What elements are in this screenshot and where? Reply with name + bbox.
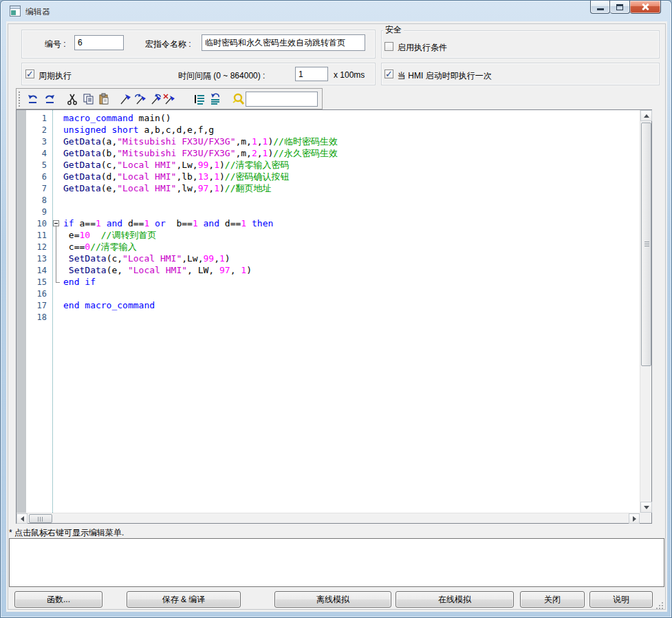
fold-column: [52, 136, 63, 147]
run-on-startup-label: 当 HMI 启动时即执行一次: [398, 70, 492, 82]
code-line[interactable]: 3GetData(a,"Mitsubishi FX3U/FX3G",m,1,1)…: [17, 136, 640, 147]
bookmark-prev-icon[interactable]: [149, 92, 162, 106]
minimize-button[interactable]: [590, 1, 610, 14]
fold-column: [52, 241, 63, 253]
paste-icon[interactable]: [97, 92, 111, 106]
fold-column: [52, 194, 63, 206]
line-number: 7: [26, 183, 52, 195]
fold-collapse-icon[interactable]: [53, 220, 59, 226]
function-button[interactable]: 函数...: [14, 591, 102, 608]
enable-condition-label: 启用执行条件: [398, 42, 447, 54]
code-line[interactable]: 7GetData(e,"Local HMI",lw,97,1)//翻页地址: [17, 182, 640, 194]
outdent-icon[interactable]: [208, 92, 221, 106]
code-line[interactable]: 5GetData(c,"Local HMI",Lw,99,1)//清零输入密码: [17, 159, 640, 171]
code-text: GetData(b,"Mitsubishi FX3U/FX3G",m,2,1)/…: [63, 148, 338, 158]
periodic-checkbox[interactable]: [25, 70, 34, 78]
line-number: 15: [26, 277, 52, 288]
toolbar-search-input[interactable]: [246, 92, 318, 107]
code-line[interactable]: 11 e=10 //调转到首页: [17, 229, 640, 241]
code-line[interactable]: 14 SetData(e, "Local HMI", LW, 97, 1): [17, 264, 640, 276]
interval-unit-label: x 100ms: [334, 70, 365, 80]
scroll-right-button[interactable]: [629, 513, 640, 524]
vertical-scrollbar[interactable]: [640, 110, 651, 513]
code-line[interactable]: 8: [17, 194, 640, 206]
undo-icon[interactable]: [26, 92, 40, 106]
maximize-button[interactable]: [610, 1, 630, 14]
code-line[interactable]: 18: [17, 311, 640, 323]
code-text: SetData(c,"Local HMI",Lw,99,1): [63, 253, 230, 264]
line-number: 18: [26, 312, 52, 323]
bookmark-toggle-icon[interactable]: [119, 92, 133, 106]
interval-input[interactable]: [295, 67, 328, 81]
line-number: 9: [26, 206, 52, 218]
code-line[interactable]: 1macro_command main(): [17, 112, 640, 124]
line-number: 3: [26, 136, 52, 148]
vertical-scrollbar-thumb[interactable]: [641, 122, 651, 366]
scroll-up-button[interactable]: [640, 110, 652, 121]
dialog-body: 编号 : 宏指令名称 : 安全 启用执行条件 周期执行 时间间隔 (0 ~ 86…: [6, 21, 667, 612]
fold-column: [52, 264, 63, 276]
code-line[interactable]: 6GetData(d,"Local HMI",lb,13,1)//密码确认按钮: [17, 171, 640, 182]
code-text: GetData(e,"Local HMI",lw,97,1)//翻页地址: [63, 183, 271, 193]
line-number: 17: [26, 300, 52, 312]
arrow-down-icon: [644, 506, 649, 509]
bookmark-clear-icon[interactable]: [162, 92, 176, 106]
code-editor[interactable]: 1macro_command main()2unsigned short a,b…: [16, 109, 652, 524]
fold-column: [52, 229, 63, 241]
code-line[interactable]: 10if a==1 and d==1 or b==1 and d==1 then: [17, 217, 640, 229]
online-simulate-button[interactable]: 在线模拟: [395, 591, 514, 608]
code-line[interactable]: 4GetData(b,"Mitsubishi FX3U/FX3G",m,2,1)…: [17, 147, 640, 159]
code-line[interactable]: 9: [17, 206, 640, 217]
macro-id-label: 编号 :: [45, 39, 66, 50]
line-number: 11: [26, 230, 52, 242]
code-line[interactable]: 2unsigned short a,b,c,d,e,f,g: [17, 124, 640, 136]
arrow-up-icon: [644, 114, 649, 118]
scroll-down-button[interactable]: [640, 502, 652, 513]
editor-toolbar: [16, 88, 323, 109]
code-text: SetData(e, "Local HMI", LW, 97, 1): [63, 265, 252, 275]
code-line[interactable]: 15end if: [17, 276, 640, 288]
resize-grip[interactable]: [655, 601, 663, 609]
code-line[interactable]: 16: [17, 288, 640, 299]
fold-column: [52, 276, 63, 288]
code-text: unsigned short a,b,c,d,e,f,g: [63, 125, 214, 135]
run-on-startup-checkbox[interactable]: [384, 70, 393, 78]
close-dialog-button[interactable]: 关闭: [520, 591, 585, 608]
compile-output-box[interactable]: [9, 538, 664, 587]
macro-name-input[interactable]: [202, 34, 365, 51]
find-icon[interactable]: [232, 92, 246, 106]
fold-column: [52, 182, 63, 194]
scroll-left-button[interactable]: [17, 513, 28, 524]
macro-id-input[interactable]: [74, 35, 124, 50]
titlebar[interactable]: 编辑器: [1, 1, 671, 21]
code-line[interactable]: 12 c==0//清零输入: [17, 241, 640, 253]
code-line[interactable]: 13 SetData(c,"Local HMI",Lw,99,1): [17, 253, 640, 264]
toolbar-grip[interactable]: [19, 92, 20, 107]
help-button[interactable]: 说明: [589, 591, 653, 608]
indent-icon[interactable]: [193, 92, 206, 106]
code-lines[interactable]: 1macro_command main()2unsigned short a,b…: [17, 110, 640, 513]
line-number: 13: [26, 253, 52, 265]
horizontal-scrollbar-thumb[interactable]: [29, 514, 52, 523]
redo-icon[interactable]: [43, 92, 56, 106]
code-line[interactable]: 17end macro_command: [17, 299, 640, 311]
line-number: 6: [26, 171, 52, 183]
offline-simulate-button[interactable]: 离线模拟: [274, 591, 391, 608]
fold-column: [52, 299, 63, 311]
code-text: macro_command main(): [63, 113, 171, 123]
line-number: 16: [26, 288, 52, 300]
save-compile-button[interactable]: 保存 & 编译: [127, 591, 241, 608]
copy-icon[interactable]: [81, 92, 95, 106]
code-text: end macro_command: [63, 300, 155, 310]
horizontal-scrollbar[interactable]: [17, 513, 640, 523]
fold-marker: [52, 217, 63, 229]
fold-column: [52, 288, 63, 299]
cut-icon[interactable]: [65, 92, 79, 106]
fold-column: [52, 159, 63, 171]
enable-condition-checkbox[interactable]: [384, 42, 393, 51]
code-text: end if: [63, 277, 96, 287]
bookmark-next-icon[interactable]: [133, 92, 147, 106]
line-number: 1: [26, 113, 52, 125]
close-button[interactable]: [630, 1, 661, 14]
close-icon: [641, 3, 649, 11]
